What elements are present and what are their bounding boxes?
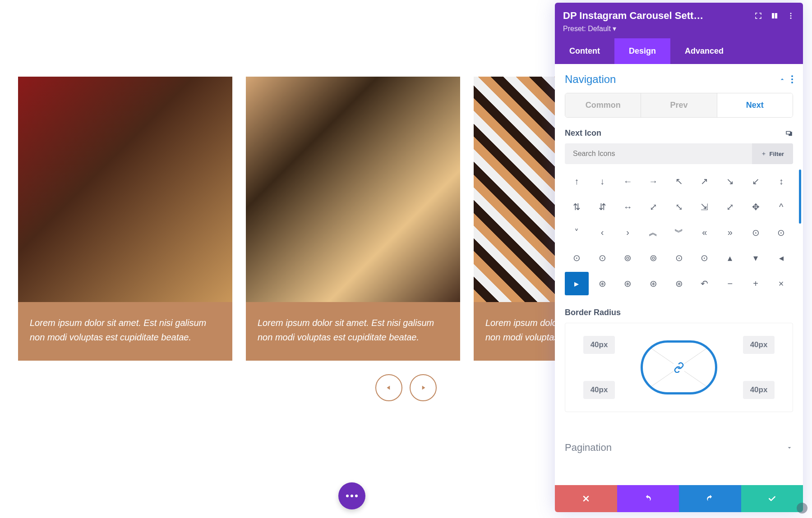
icon-option[interactable]: + — [744, 272, 768, 296]
subtab-next[interactable]: Next — [717, 93, 793, 117]
icon-option[interactable]: → — [641, 170, 665, 193]
svg-point-0 — [790, 13, 792, 14]
undo-button[interactable] — [617, 485, 679, 512]
dots-horizontal-icon — [346, 495, 358, 497]
main-tabs: Content Design Advanced — [555, 38, 803, 64]
icon-option[interactable]: ↙ — [744, 170, 768, 193]
icon-option[interactable]: ⊙ — [769, 220, 793, 244]
icon-option[interactable]: ◂ — [769, 246, 793, 270]
icon-option[interactable]: ↑ — [565, 170, 589, 193]
pagination-title: Pagination — [565, 442, 612, 454]
caret-down-icon: ▾ — [613, 25, 616, 32]
card-caption: Lorem ipsum dolor sit amet. Est nisi gal… — [246, 302, 460, 361]
redo-icon — [706, 494, 715, 503]
more-vertical-icon[interactable] — [787, 12, 795, 20]
icon-option[interactable]: ⤢ — [718, 195, 742, 219]
panel-body[interactable]: Navigation Common Prev Next Next Icon Fi… — [555, 64, 803, 485]
icon-option[interactable]: ← — [616, 170, 640, 193]
panel-header[interactable]: DP Instagram Carousel Sett… Preset: Defa… — [555, 3, 803, 38]
subtab-prev[interactable]: Prev — [641, 93, 716, 117]
subtab-common[interactable]: Common — [565, 93, 641, 117]
undo-icon — [643, 494, 652, 503]
icon-option[interactable]: ⤢ — [641, 195, 665, 219]
icon-option[interactable]: ˅ — [565, 220, 589, 244]
icon-option[interactable]: ⊙ — [692, 246, 716, 270]
icon-option[interactable]: − — [718, 272, 742, 296]
icon-option[interactable]: ⊛ — [667, 272, 691, 296]
carousel-card: Lorem ipsum dolor sit amet. Est nisi gal… — [18, 77, 232, 361]
help-badge[interactable] — [797, 503, 807, 513]
close-icon — [581, 494, 591, 503]
tab-advanced[interactable]: Advanced — [670, 38, 738, 64]
prev-button[interactable] — [375, 374, 402, 401]
border-radius-bl-input[interactable] — [583, 381, 615, 399]
navigation-subtabs: Common Prev Next — [565, 93, 793, 118]
icon-option[interactable]: ⊙ — [565, 246, 589, 270]
more-vertical-icon[interactable] — [791, 75, 793, 83]
tab-design[interactable]: Design — [614, 38, 670, 64]
icon-option[interactable]: ⇲ — [692, 195, 716, 219]
save-button[interactable] — [741, 485, 803, 512]
card-image — [18, 77, 232, 302]
chevron-down-icon — [786, 444, 793, 451]
icon-option[interactable]: ⊙ — [744, 220, 768, 244]
icon-option[interactable]: ⤡ — [667, 195, 691, 219]
icon-option[interactable]: ⊙ — [591, 246, 614, 270]
svg-point-1 — [790, 15, 792, 17]
filter-button[interactable]: Filter — [752, 143, 793, 164]
panel-footer — [555, 485, 803, 512]
search-icons-input[interactable] — [565, 143, 752, 164]
next-button[interactable] — [410, 374, 437, 401]
icon-option[interactable]: ↘ — [718, 170, 742, 193]
icon-option[interactable]: ↖ — [667, 170, 691, 193]
icon-option[interactable]: ↔ — [616, 195, 640, 219]
check-icon — [767, 494, 776, 503]
icon-option[interactable]: ⊛ — [616, 272, 640, 296]
icon-option[interactable]: ︾ — [667, 220, 691, 244]
border-radius-br-input[interactable] — [743, 381, 775, 399]
redo-button[interactable] — [679, 485, 741, 512]
icon-option[interactable]: ⇅ — [565, 195, 589, 219]
icon-option[interactable]: ↓ — [591, 170, 614, 193]
section-title: Navigation — [565, 73, 616, 86]
icon-option[interactable]: ▴ — [718, 246, 742, 270]
responsive-icon[interactable] — [785, 129, 793, 138]
border-radius-tl-input[interactable] — [583, 336, 615, 354]
cancel-button[interactable] — [555, 485, 617, 512]
icon-option[interactable]: ⊛ — [641, 272, 665, 296]
icon-option[interactable]: « — [692, 220, 716, 244]
link-icon[interactable] — [674, 362, 684, 373]
columns-icon[interactable] — [770, 12, 779, 20]
scroll-indicator[interactable] — [799, 170, 801, 224]
icon-option[interactable]: ^ — [769, 195, 793, 219]
icon-option[interactable]: ⊚ — [641, 246, 665, 270]
fab-button[interactable] — [338, 482, 365, 509]
preset-selector[interactable]: Preset: Default ▾ — [563, 24, 795, 33]
icon-option[interactable]: ↕ — [769, 170, 793, 193]
icon-option[interactable]: › — [616, 220, 640, 244]
icon-option[interactable]: ⇵ — [591, 195, 614, 219]
icon-option[interactable]: ▸ — [565, 272, 589, 296]
panel-title: DP Instagram Carousel Sett… — [563, 10, 703, 22]
triangle-right-icon — [419, 384, 427, 392]
section-pagination-header[interactable]: Pagination — [565, 434, 793, 454]
icon-option[interactable]: ‹ — [591, 220, 614, 244]
icon-option[interactable]: ⊚ — [616, 246, 640, 270]
icon-option[interactable]: ↶ — [692, 272, 716, 296]
plus-icon — [761, 151, 766, 156]
icon-option[interactable]: ✥ — [744, 195, 768, 219]
icon-option[interactable]: ︽ — [641, 220, 665, 244]
expand-icon[interactable] — [754, 12, 762, 20]
icon-option[interactable]: ↗ — [692, 170, 716, 193]
settings-panel: DP Instagram Carousel Sett… Preset: Defa… — [555, 3, 803, 512]
icon-option[interactable]: ⊛ — [591, 272, 614, 296]
icon-option[interactable]: ▾ — [744, 246, 768, 270]
section-navigation-header[interactable]: Navigation — [565, 73, 793, 86]
icon-option[interactable]: ⊙ — [667, 246, 691, 270]
icon-option[interactable]: » — [718, 220, 742, 244]
card-caption: Lorem ipsum dolor sit amet. Est nisi gal… — [18, 302, 232, 361]
border-radius-tr-input[interactable] — [743, 336, 775, 354]
chevron-up-icon[interactable] — [779, 76, 786, 83]
icon-option[interactable]: × — [769, 272, 793, 296]
tab-content[interactable]: Content — [555, 38, 614, 64]
